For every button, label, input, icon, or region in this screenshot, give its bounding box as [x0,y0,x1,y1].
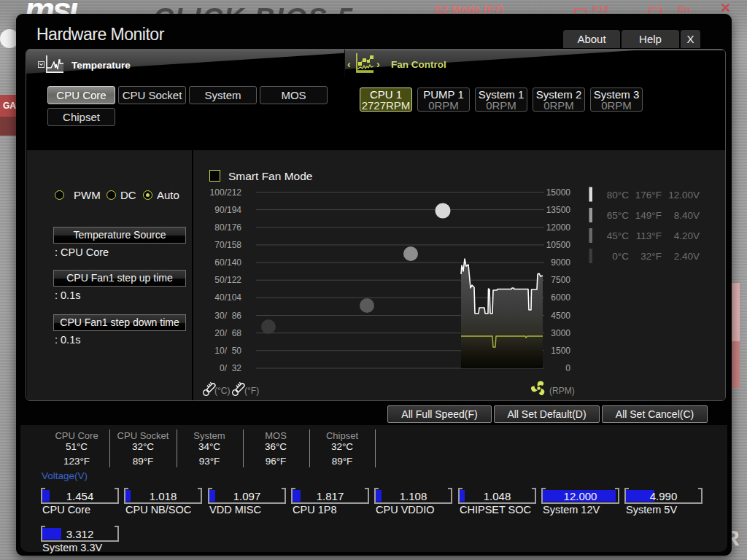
svg-text:(°F): (°F) [244,386,259,396]
svg-text:60/140: 60/140 [214,257,241,268]
svg-text:12.00V: 12.00V [668,190,700,201]
svg-text:7500: 7500 [551,275,570,285]
svg-text:0: 0 [565,363,570,373]
svg-text:10/ 50: 10/ 50 [214,346,241,356]
svg-text:10500: 10500 [546,240,571,250]
svg-text:100/212: 100/212 [210,187,242,198]
svg-text:50/122: 50/122 [214,275,241,285]
svg-text:113°F: 113°F [636,230,662,241]
svg-text:(RPM): (RPM) [549,386,575,396]
svg-text:6000: 6000 [551,292,570,303]
svg-text:45°C: 45°C [607,230,629,241]
svg-text:70/158: 70/158 [214,240,241,250]
svg-text:149°F: 149°F [635,210,662,221]
svg-text:8.40V: 8.40V [674,210,700,221]
svg-text:1500: 1500 [551,346,570,356]
svg-text:12000: 12000 [546,222,571,233]
svg-text:90/194: 90/194 [214,205,241,215]
svg-text:176°F: 176°F [635,190,662,201]
svg-text:40/104: 40/104 [214,292,241,303]
svg-text:0/ 32: 0/ 32 [220,363,241,373]
svg-text:20/ 68: 20/ 68 [214,328,241,338]
svg-text:3000: 3000 [551,328,570,338]
svg-text:9000: 9000 [551,257,570,268]
svg-text:4500: 4500 [551,311,570,321]
svg-text:80/176: 80/176 [214,222,241,233]
svg-text:15000: 15000 [546,187,571,198]
svg-text:13500: 13500 [546,205,571,215]
svg-text:65°C: 65°C [607,210,629,221]
svg-text:30/ 86: 30/ 86 [214,311,241,321]
svg-text:(°C): (°C) [214,386,230,396]
svg-text:4.20V: 4.20V [674,230,700,241]
svg-text:32°F: 32°F [640,251,662,262]
svg-text:2.40V: 2.40V [674,251,700,262]
svg-text:80°C: 80°C [607,190,629,201]
svg-text:0°C: 0°C [612,251,629,262]
